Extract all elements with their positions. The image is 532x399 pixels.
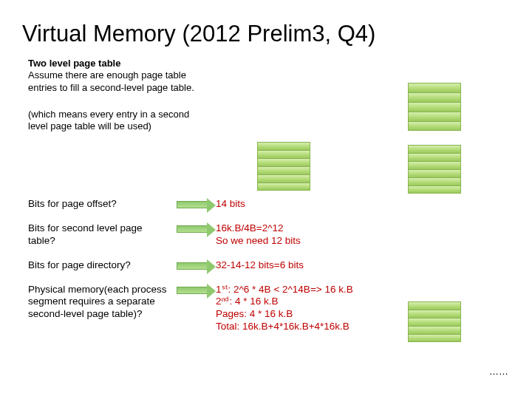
page-table-entry <box>408 161 461 169</box>
answer: 1ˢᵗ: 2^6 * 4B < 2^14B=> 16 k.B2ⁿᵈ: 4 * 1… <box>216 284 412 334</box>
page-table-block <box>408 83 461 131</box>
arrow-icon <box>168 284 216 294</box>
intro-line-2: entries to fill a second-level page tabl… <box>28 82 236 94</box>
aside-line-2: level page table will be used) <box>28 120 236 132</box>
page-table-entry <box>257 174 310 183</box>
page-table-entry <box>408 185 461 194</box>
page-table-entry <box>408 177 461 185</box>
page-table-entry <box>408 310 461 318</box>
intro-text: Two level page table Assume there are en… <box>0 58 236 98</box>
page-table-block <box>408 145 461 194</box>
page-table-entry <box>408 326 461 334</box>
qa-row: Bits for page offset? 14 bits <box>28 198 412 211</box>
qa-grid: Bits for page offset? 14 bits Bits for s… <box>28 198 412 345</box>
answer: 32-14-12 bits=6 bits <box>216 259 412 272</box>
page-table-entry <box>408 153 461 161</box>
page-table-block <box>408 301 461 342</box>
page-table-entry <box>408 121 461 131</box>
answer: 14 bits <box>216 198 412 211</box>
page-table-entry <box>408 92 461 102</box>
arrow-icon <box>168 222 216 233</box>
page-table-entry <box>257 150 310 158</box>
page-table-entry <box>408 334 461 342</box>
page-table-entry <box>408 102 461 112</box>
page-table-entry <box>408 83 461 92</box>
arrow-icon <box>168 259 216 270</box>
qa-row: Bits for page directory? 32-14-12 bits=6… <box>28 259 412 272</box>
page-table-entry <box>257 142 310 150</box>
intro-line-1: Assume there are enough page table <box>28 69 236 81</box>
page-table-entry <box>408 112 461 121</box>
page-table-entry <box>257 166 310 174</box>
page-table-entry <box>408 301 461 310</box>
page-table-entry <box>257 183 310 191</box>
page-table-entry <box>408 318 461 326</box>
page-table-entry <box>408 145 461 153</box>
question: Bits for page directory? <box>28 259 168 272</box>
page-table-entry <box>408 169 461 177</box>
intro-bold: Two level page table <box>28 58 236 69</box>
page-title: Virtual Memory (2012 Prelim3, Q4) <box>0 0 532 58</box>
answer: 16k.B/4B=2^12So we need 12 bits <box>216 222 412 248</box>
aside-text: (which means every entry in a second lev… <box>0 98 236 137</box>
page-table-block <box>257 142 310 191</box>
question: Bits for page offset? <box>28 198 168 211</box>
question: Bits for second level page table? <box>28 222 168 248</box>
qa-row: Physical memory(each process segment req… <box>28 284 412 334</box>
page-table-entry <box>257 158 310 166</box>
ellipsis: …… <box>489 366 508 377</box>
arrow-icon <box>168 198 216 208</box>
question: Physical memory(each process segment req… <box>28 284 168 321</box>
aside-line-1: (which means every entry in a second <box>28 109 236 120</box>
qa-row: Bits for second level page table? 16k.B/… <box>28 222 412 248</box>
